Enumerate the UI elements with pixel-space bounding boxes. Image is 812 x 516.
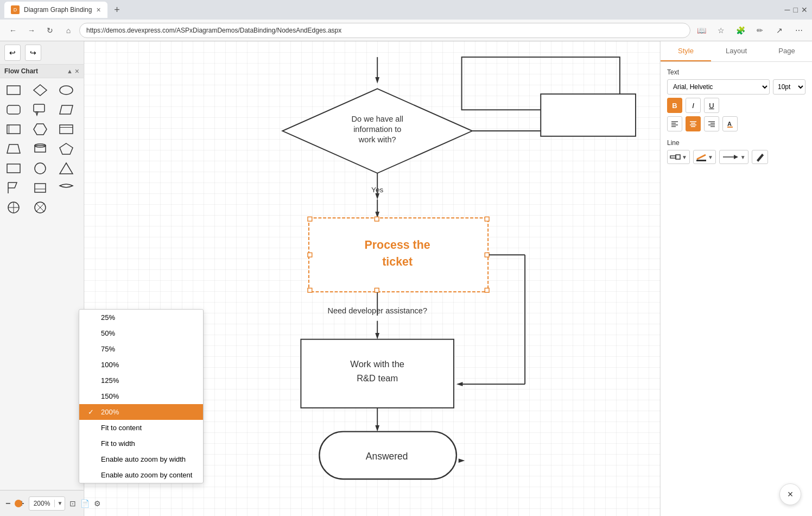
- home-button[interactable]: ⌂: [61, 23, 76, 38]
- svg-text:R&D team: R&D team: [357, 373, 398, 383]
- zoom-value-text: 200%: [29, 500, 55, 507]
- shape-cross[interactable]: [3, 199, 24, 216]
- zoom-option-100[interactable]: 100%: [79, 357, 203, 373]
- left-panel: ↩ ↪ Flow Chart ▲ ×: [0, 41, 84, 516]
- shape-parallelogram[interactable]: [56, 101, 77, 118]
- export-button[interactable]: 📄: [80, 495, 90, 512]
- undo-button[interactable]: ↩: [4, 45, 21, 61]
- shape-diamond[interactable]: [30, 81, 50, 99]
- zoom-option-200[interactable]: ✓ 200%: [79, 404, 203, 420]
- close-panel-button[interactable]: ×: [779, 483, 801, 505]
- shape-pentagon[interactable]: [56, 140, 77, 158]
- address-bar[interactable]: https://demos.devexpress.com/ASPxDiagram…: [79, 23, 690, 38]
- shape-ellipse[interactable]: [56, 81, 77, 99]
- favorites-button[interactable]: ☆: [713, 23, 728, 38]
- maximize-button[interactable]: □: [794, 5, 798, 14]
- svg-rect-10: [60, 125, 73, 134]
- svg-marker-19: [35, 184, 46, 192]
- zoom-option-fit-width[interactable]: Fit to width: [79, 436, 203, 451]
- align-left-button[interactable]: [667, 116, 682, 131]
- extensions-button[interactable]: 🧩: [733, 23, 748, 38]
- line-width-button[interactable]: [752, 150, 768, 164]
- shape-rounded-rect[interactable]: [3, 101, 24, 118]
- svg-rect-8: [9, 125, 9, 134]
- zoom-option-fit-content[interactable]: Fit to content: [79, 420, 203, 436]
- shape-x-shape[interactable]: [30, 199, 50, 216]
- bold-button[interactable]: B: [667, 98, 682, 113]
- zoom-slider-thumb[interactable]: [15, 500, 22, 507]
- zoom-option-75[interactable]: 75%: [79, 341, 203, 357]
- browser-toolbar: ← → ↻ ⌂ https://demos.devexpress.com/ASP…: [0, 20, 812, 41]
- right-panel-content: Text Arial, Helvetic 10pt B I: [661, 62, 812, 178]
- font-row: Arial, Helvetic 10pt: [667, 79, 805, 95]
- shape-circle[interactable]: [30, 160, 50, 177]
- font-size-select[interactable]: 10pt: [773, 79, 805, 95]
- fit-screen-button[interactable]: ⊡: [69, 495, 76, 512]
- shape-rect2[interactable]: [3, 121, 24, 138]
- shape-rect4[interactable]: [3, 160, 24, 177]
- shape-rect3[interactable]: [56, 121, 77, 138]
- arrow-style-select[interactable]: ▼: [719, 150, 748, 164]
- zoom-minus-button[interactable]: −: [5, 498, 10, 509]
- minimize-button[interactable]: ─: [785, 5, 790, 14]
- zoom-option-125[interactable]: 125%: [79, 373, 203, 388]
- line-color-select[interactable]: ▼: [693, 150, 716, 164]
- zoom-option-auto-content[interactable]: Enable auto zoom by content: [79, 467, 203, 483]
- reader-mode-button[interactable]: 📖: [694, 23, 709, 38]
- shape-drum[interactable]: [30, 140, 50, 158]
- svg-marker-59: [375, 333, 379, 339]
- svg-rect-44: [485, 217, 489, 221]
- align-right-button[interactable]: [704, 116, 719, 131]
- svg-text:Process the: Process the: [365, 238, 430, 251]
- text-section-label: Text: [667, 68, 805, 76]
- pen-button[interactable]: ✏: [752, 23, 767, 38]
- svg-text:Answered: Answered: [366, 451, 408, 462]
- tab-page[interactable]: Page: [762, 41, 812, 61]
- panel-close-button[interactable]: ×: [75, 67, 79, 75]
- tab-bar: D Diagram Graph Binding × + ─ □ ✕: [0, 0, 812, 20]
- shape-rectangle[interactable]: [3, 81, 24, 99]
- refresh-button[interactable]: ↻: [42, 23, 58, 38]
- zoom-value-button[interactable]: 200% ▼: [29, 496, 66, 511]
- panel-toolbar: ↩ ↪: [0, 41, 84, 65]
- back-button[interactable]: ←: [5, 23, 21, 38]
- forward-button[interactable]: →: [24, 23, 39, 38]
- shape-flag[interactable]: [3, 179, 24, 197]
- svg-rect-35: [541, 94, 636, 136]
- shape-triangle[interactable]: [56, 160, 77, 177]
- font-family-select[interactable]: Arial, Helvetic: [667, 79, 770, 95]
- shape-trapezoid[interactable]: [3, 140, 24, 158]
- svg-line-84: [697, 155, 706, 159]
- redo-button[interactable]: ↪: [25, 45, 41, 61]
- shape-hexagon[interactable]: [30, 121, 50, 138]
- shape-banner[interactable]: [56, 179, 77, 197]
- svg-marker-28: [375, 77, 379, 84]
- zoom-dropdown: 25% 50% 75% 100% 125% 150%: [79, 309, 204, 483]
- svg-rect-16: [7, 164, 20, 173]
- svg-point-17: [35, 163, 46, 174]
- zoom-option-25[interactable]: 25%: [79, 310, 203, 325]
- text-section: Text Arial, Helvetic 10pt B I: [667, 68, 805, 131]
- italic-button[interactable]: I: [686, 98, 701, 113]
- more-button[interactable]: ⋯: [791, 23, 807, 38]
- shape-rect5[interactable]: [30, 179, 50, 197]
- shape-callout[interactable]: [30, 101, 50, 118]
- share-button[interactable]: ↗: [772, 23, 787, 38]
- align-center-button[interactable]: [686, 116, 701, 131]
- text-color-button[interactable]: A: [722, 116, 738, 131]
- zoom-option-50[interactable]: 50%: [79, 325, 203, 341]
- close-window-button[interactable]: ✕: [801, 5, 808, 14]
- tab-layout[interactable]: Layout: [711, 41, 762, 61]
- tab-close-button[interactable]: ×: [96, 5, 100, 14]
- svg-marker-5: [36, 112, 38, 115]
- svg-rect-81: [727, 127, 733, 128]
- settings-button[interactable]: ⚙: [94, 495, 101, 512]
- tab-style[interactable]: Style: [661, 41, 711, 61]
- underline-button[interactable]: U: [704, 98, 719, 113]
- panel-scroll-up-icon[interactable]: ▲: [67, 68, 73, 74]
- line-end-style-select[interactable]: ▼: [667, 150, 690, 164]
- zoom-option-auto-width[interactable]: Enable auto zoom by width: [79, 451, 203, 467]
- zoom-option-150[interactable]: 150%: [79, 388, 203, 404]
- zoom-dropdown-arrow-icon[interactable]: ▼: [55, 500, 65, 506]
- new-tab-button[interactable]: +: [110, 2, 125, 17]
